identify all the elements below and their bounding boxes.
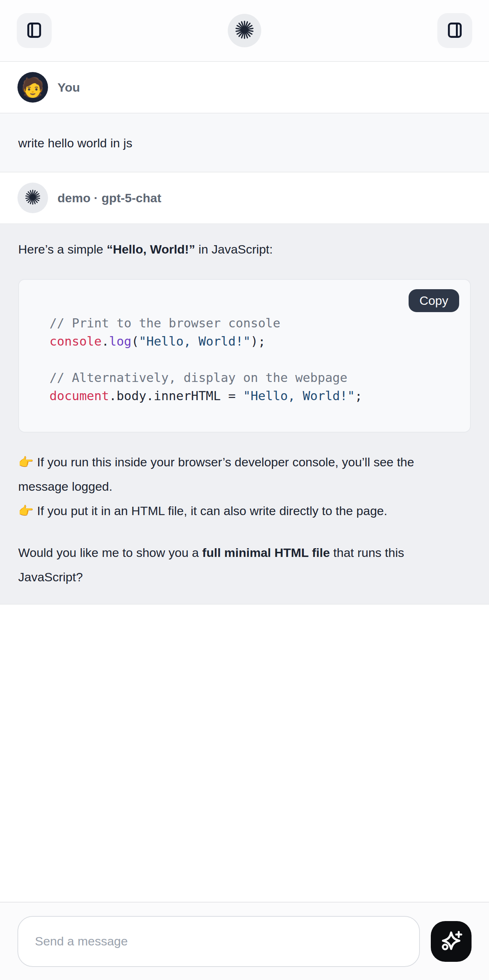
intro-bold: “Hello, World!” [107, 242, 195, 256]
send-button[interactable] [431, 921, 471, 962]
code-line-comment-2: // Alternatively, display on the webpage [49, 369, 456, 387]
tip-line-2: 👉 If you put it in an HTML file, it can … [18, 499, 438, 523]
app-logo [228, 14, 261, 47]
user-author-row: 🧑 You [0, 62, 489, 113]
code-line-comment-1: // Print to the browser console [49, 314, 456, 332]
code-line-blank [49, 350, 456, 369]
user-message: write hello world in js [0, 113, 489, 172]
panel-right-icon [445, 21, 464, 41]
tip-line-1: 👉 If you run this inside your browser’s … [18, 450, 438, 499]
assistant-message: Here’s a simple “Hello, World!” in JavaS… [0, 223, 489, 605]
sparkle-ai-icon [440, 929, 463, 953]
assistant-author-name: demo · gpt-5-chat [57, 191, 161, 205]
code-content: // Print to the browser consoleconsole.l… [19, 280, 470, 432]
starburst-icon [234, 20, 255, 41]
composer-bar [0, 902, 489, 980]
assistant-outro-paragraph: Would you like me to show you a full min… [18, 541, 438, 589]
starburst-avatar-icon [24, 189, 41, 207]
code-block: Copy // Print to the browser consolecons… [18, 279, 471, 433]
assistant-avatar [18, 183, 48, 213]
user-message-text: write hello world in js [18, 136, 132, 150]
copy-code-button[interactable]: Copy [409, 289, 459, 312]
empty-chat-space [0, 605, 489, 902]
code-line-document: document.body.innerHTML = "Hello, World!… [49, 387, 456, 405]
outro-prefix: Would you like me to show you a [18, 546, 202, 560]
assistant-tips-paragraph: 👉 If you run this inside your browser’s … [18, 450, 438, 523]
user-author-name: You [57, 80, 80, 95]
user-avatar-emoji: 🧑 [21, 78, 45, 97]
panel-left-icon [25, 21, 44, 41]
toggle-right-sidebar-button[interactable] [437, 13, 472, 48]
code-line-console-log: console.log("Hello, World!"); [49, 332, 456, 350]
intro-prefix: Here’s a simple [18, 242, 107, 256]
assistant-author-row: demo · gpt-5-chat [0, 172, 489, 223]
chat-thread: 🧑 You write hello world in js [0, 62, 489, 902]
top-bar [0, 0, 489, 62]
toggle-left-sidebar-button[interactable] [17, 13, 52, 48]
message-input[interactable] [18, 916, 420, 967]
assistant-intro-paragraph: Here’s a simple “Hello, World!” in JavaS… [18, 237, 438, 262]
user-avatar: 🧑 [18, 72, 48, 103]
intro-suffix: in JavaScript: [195, 242, 273, 256]
outro-bold: full minimal HTML file [202, 546, 330, 560]
